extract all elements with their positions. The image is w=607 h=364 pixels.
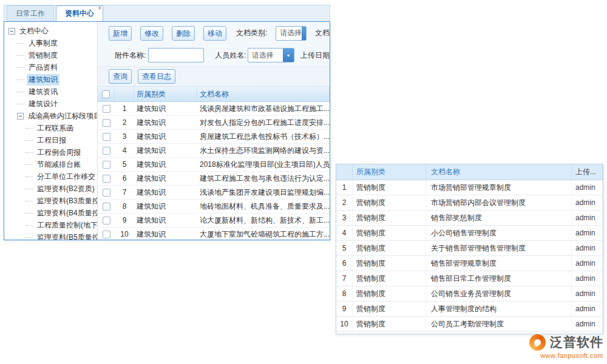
row-checkbox[interactable] <box>103 175 110 183</box>
tree-node-label: 工程例会周报 <box>35 147 83 158</box>
view-log-button[interactable]: 查看日志 <box>138 69 175 84</box>
table-row[interactable]: 4 建筑知识 水土保持生态环境监测网络的建设与资... <box>98 144 330 158</box>
tree-node[interactable]: 建筑资讯 <box>4 86 97 98</box>
attachment-input[interactable] <box>148 48 204 62</box>
tree-node[interactable]: 监理资料(B2资质) <box>4 183 97 195</box>
tree-node-label: 人事制度 <box>27 38 59 49</box>
tree-node[interactable]: 产品资料 <box>4 61 97 73</box>
modify-button[interactable]: 修改 <box>140 26 163 41</box>
cell-number: 8 <box>115 202 134 211</box>
tree-node[interactable]: 建筑知识 <box>4 73 97 86</box>
cell-category: 营销制度 <box>353 286 426 301</box>
attachment-label: 附件名称: <box>115 50 146 61</box>
tree-node-label: 监理资料(B3质量控制) <box>35 195 98 207</box>
tree-node[interactable]: 分工单位工作移交 <box>4 170 97 183</box>
tree-node-label: 建筑资讯 <box>27 86 59 98</box>
tree-node[interactable]: 监理资料(B3质量控制) <box>4 195 97 207</box>
table-row[interactable]: 2 营销制度 市场营销部内部会议管理制度 admin <box>336 195 603 211</box>
table-row[interactable]: 7 营销制度 销售部日常工作管理制度 admin <box>336 271 603 286</box>
row-checkbox[interactable] <box>103 231 110 238</box>
person-select[interactable]: 请选择 ▼ <box>248 48 294 62</box>
doc-type-select[interactable]: 请选择 ▼ <box>276 26 307 41</box>
cell-docname: 2018标准化监理项目部(业主项目部)人员... <box>197 160 330 170</box>
table-row[interactable]: 5 营销制度 关于销售部管理销售管理制度 admin <box>336 241 603 256</box>
table-row[interactable]: 1 建筑知识 浅谈房屋建筑和市政基础设施工程施工... <box>98 102 330 116</box>
table-row[interactable]: 7 建筑知识 浅谈地产集团开发建设项目监理规划编... <box>98 186 330 200</box>
cell-docname: 销售部奖惩制度 <box>426 211 572 225</box>
cell-docname: 建筑工程施工发包与承包违法行为认定... <box>197 174 330 184</box>
table-row[interactable]: 10 建筑知识 大厦地下室加气砼墙砌筑工程的施工方... <box>98 228 330 240</box>
row-checkbox[interactable] <box>103 105 110 113</box>
tree-branch-icon <box>17 43 24 44</box>
query-button[interactable]: 查询 <box>109 69 132 84</box>
cell-category: 建筑知识 <box>134 160 197 170</box>
tree-branch-icon <box>25 128 33 129</box>
row-checkbox[interactable] <box>103 133 110 141</box>
row-checkbox[interactable] <box>103 161 110 169</box>
table-row[interactable]: 3 建筑知识 房屋建筑工程总承包投标书（技术标）... <box>98 130 330 144</box>
cell-docname: 市场营销部内部会议管理制度 <box>426 195 572 210</box>
tree-node[interactable]: 监理资料(B4质量控制) <box>4 207 97 219</box>
chevron-down-icon[interactable]: ▼ <box>283 49 294 62</box>
data-center-window: 日常工作 资料中心 × 文档中心 人事制度 <box>4 5 330 240</box>
tree-node-label: 工程质量控制(地下室) <box>35 220 98 231</box>
select-all-checkbox[interactable] <box>102 90 110 98</box>
table-row[interactable]: 5 建筑知识 2018标准化监理项目部(业主项目部)人员... <box>98 158 330 172</box>
cell-category: 营销制度 <box>353 211 426 225</box>
cell-number: 5 <box>336 241 353 255</box>
header-category: 所属别类 <box>353 164 426 180</box>
tree-node[interactable]: 工程质量控制(地下室) <box>4 219 97 231</box>
table-row[interactable]: 8 营销制度 公司销售业务员管理制度 admin <box>336 286 603 302</box>
tree-node[interactable]: 建筑设计 <box>4 98 97 110</box>
tree-node[interactable]: 成渝高铁内江标段项目 <box>4 110 97 122</box>
table-row[interactable]: 6 建筑知识 建筑工程施工发包与承包违法行为认定... <box>98 172 330 186</box>
table-header: 所属别类 文档名称 上传... <box>336 164 603 180</box>
table-row[interactable]: 9 建筑知识 论大厦新材料、新结构、新技术、新工... <box>98 214 330 228</box>
table-row[interactable]: 10 营销制度 公司员工考勤管理制度 admin <box>336 317 603 332</box>
tree-node[interactable]: 文档中心 <box>4 25 97 37</box>
tree-node[interactable]: 营销制度 <box>4 49 97 61</box>
tree-node-label: 营销制度 <box>27 50 59 61</box>
tree-node[interactable]: 工程例会周报 <box>4 146 97 158</box>
close-icon[interactable]: × <box>98 5 101 12</box>
tab-daily-work[interactable]: 日常工作 <box>7 5 54 21</box>
delete-button[interactable]: 删除 <box>172 26 195 41</box>
cell-category: 营销制度 <box>353 180 426 195</box>
tree-node-label: 监理资料(B4质量控制) <box>35 207 98 219</box>
table-row[interactable]: 3 营销制度 销售部奖惩制度 admin <box>336 211 603 226</box>
tree-node[interactable]: 工程联系函 <box>4 122 97 134</box>
table-row[interactable]: 6 营销制度 销售部管理规章制度 admin <box>336 256 603 271</box>
tree-node-label: 产品资料 <box>27 62 59 73</box>
tree-node[interactable]: 监理资料(B5质量控制) <box>4 231 97 240</box>
table-row[interactable]: 2 建筑知识 对发包人指定分包的工程施工进度安排... <box>98 116 330 130</box>
doc-type-label: 文档类别: <box>236 28 267 38</box>
row-checkbox[interactable] <box>103 217 110 224</box>
cell-category: 营销制度 <box>353 317 426 331</box>
row-checkbox[interactable] <box>103 119 110 127</box>
cell-category: 建筑知识 <box>134 104 197 114</box>
chevron-down-icon[interactable]: ▼ <box>302 27 307 40</box>
tab-label: 日常工作 <box>16 9 45 18</box>
tab-data-center[interactable]: 资料中心 × <box>56 5 103 21</box>
tree-branch-icon <box>25 140 33 141</box>
tree-node-label: 建筑设计 <box>27 98 59 110</box>
tree-node[interactable]: 工程日报 <box>4 134 97 146</box>
table-row[interactable]: 8 建筑知识 地砖地面材料、机具准备、质量要求及... <box>98 200 330 214</box>
cell-number: 6 <box>115 174 134 183</box>
row-checkbox[interactable] <box>103 203 110 211</box>
table-row[interactable]: 9 营销制度 人事管理制度的结构 admin <box>336 302 603 317</box>
table-row[interactable]: 4 营销制度 小公司销售管理制度 admin <box>336 226 603 241</box>
cell-category: 建筑知识 <box>134 146 197 156</box>
upload-date-label: 上传日期 <box>300 50 330 61</box>
move-button[interactable]: 移动 <box>203 26 226 41</box>
row-checkbox[interactable] <box>103 147 110 155</box>
cell-docname: 销售部日常工作管理制度 <box>426 271 572 286</box>
table-row[interactable]: 1 营销制度 市场营销部管理规章制度 admin <box>336 180 603 195</box>
tree-node[interactable]: 人事制度 <box>4 37 97 49</box>
document-table: 所属别类 文档名称 1 建筑知识 浅谈房屋建筑和市政基础设施工程施工... <box>98 87 330 240</box>
cell-category: 营销制度 <box>353 271 426 286</box>
add-button[interactable]: 新增 <box>109 26 132 41</box>
tree-node[interactable]: 节能减排台账 <box>4 158 97 170</box>
row-checkbox[interactable] <box>103 189 110 197</box>
cell-number: 3 <box>115 132 134 141</box>
